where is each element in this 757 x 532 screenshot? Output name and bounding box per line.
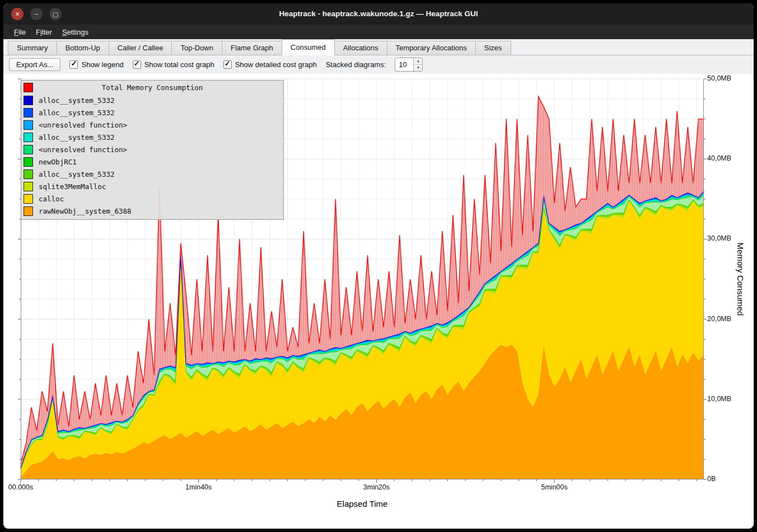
legend-swatch (24, 133, 33, 142)
legend-entry: sqlite3MemMalloc (21, 180, 283, 192)
checkbox-show-total-cost-graph[interactable]: ✓Show total cost graph (133, 60, 214, 69)
tab-caller-callee[interactable]: Caller / Callee (109, 41, 172, 55)
y-tick-label: 30,0MB (707, 234, 731, 242)
titlebar[interactable]: ✕−▢ Heaptrack - heaptrack.wakunode.1.gz … (3, 3, 754, 25)
legend-swatch (24, 96, 33, 105)
tab-consumed[interactable]: Consumed (282, 39, 335, 55)
tab-bar: SummaryBottom-UpCaller / CalleeTop-DownF… (3, 39, 754, 55)
y-tick-label: 0B (707, 475, 716, 483)
x-tick-label: 3min20s (363, 483, 390, 491)
y-axis-title: Memory Consumed (736, 243, 745, 316)
legend-entry: alloc__system_5332 (21, 168, 283, 180)
legend-entry: alloc__system_5332 (21, 94, 283, 106)
tab-flame-graph[interactable]: Flame Graph (222, 41, 282, 55)
checkbox-label: Show total cost graph (144, 60, 214, 69)
checkbox-box: ✓ (133, 60, 141, 69)
spinner-down-button[interactable]: ▼ (414, 65, 422, 71)
legend-label: alloc__system_5332 (39, 109, 114, 117)
legend-title-row: Total Memory Consumption (21, 82, 283, 94)
checkbox-label: Show legend (81, 60, 123, 69)
spinner-up-button[interactable]: ▲ (414, 58, 422, 65)
app-window: ✕−▢ Heaptrack - heaptrack.wakunode.1.gz … (3, 3, 754, 529)
close-icon: ✕ (15, 11, 20, 17)
tab-temporary-allocations[interactable]: Temporary Allocations (387, 41, 476, 55)
legend-label: calloc (39, 195, 64, 203)
y-tick-label: 40,0MB (707, 154, 731, 162)
toolbar: Export As... ✓Show legend✓Show total cos… (3, 55, 754, 74)
legend-label: alloc__system_5332 (39, 133, 114, 142)
legend-label: alloc__system_5332 (39, 96, 114, 105)
tab-bottom-up[interactable]: Bottom-Up (57, 41, 109, 55)
export-as-button[interactable]: Export As... (9, 58, 60, 71)
close-button[interactable]: ✕ (11, 8, 24, 20)
checkbox-show-detailed-cost-graph[interactable]: ✓Show detailed cost graph (223, 60, 317, 69)
menu-filter[interactable]: Filter (31, 27, 57, 37)
window-controls: ✕−▢ (11, 8, 62, 20)
legend-entry: newObjRC1 (21, 156, 283, 168)
legend-swatch (24, 182, 33, 191)
check-icon: ✓ (134, 59, 140, 68)
stacked-diagrams-label: Stacked diagrams: (326, 60, 386, 69)
y-tick-label: 10,0MB (707, 395, 731, 403)
legend-entry: rawNewObj__system_6388 (21, 205, 283, 217)
chart-legend: Total Memory Consumptionalloc__system_53… (21, 80, 284, 220)
checkbox-box: ✓ (69, 60, 78, 69)
x-tick-label: 5min00s (541, 483, 568, 491)
legend-swatch (24, 206, 33, 216)
toolbar-checkboxes: ✓Show legend✓Show total cost graph✓Show … (69, 60, 316, 69)
legend-entry: alloc__system_5332 (21, 106, 283, 119)
menu-file[interactable]: File (9, 27, 31, 37)
legend-swatch (24, 108, 33, 117)
legend-swatch (24, 194, 33, 204)
legend-swatch (24, 145, 33, 154)
check-icon: ✓ (71, 59, 77, 68)
legend-entry: alloc__system_5332 (21, 131, 283, 143)
x-axis-title: Elapsed Time (337, 499, 388, 509)
tab-sizes[interactable]: Sizes (475, 41, 511, 55)
legend-label: <unresolved function> (39, 121, 127, 129)
legend-swatch (24, 120, 33, 130)
checkbox-label: Show detailed cost graph (235, 60, 317, 69)
y-tick-label: 20,0MB (707, 315, 731, 323)
window-title: Heaptrack - heaptrack.wakunode.1.gz — He… (71, 3, 686, 25)
legend-label: newObjRC1 (39, 158, 77, 166)
legend-label: <unresolved function> (39, 145, 127, 154)
menubar: FileFilterSettings (3, 25, 754, 39)
legend-label: rawNewObj__system_6388 (39, 207, 132, 215)
legend-entry: <unresolved function> (21, 119, 283, 131)
legend-swatch-total (24, 83, 33, 92)
checkbox-show-legend[interactable]: ✓Show legend (69, 60, 123, 69)
legend-swatch (24, 157, 33, 167)
minimize-button[interactable]: − (30, 8, 43, 20)
spinner-buttons: ▲ ▼ (413, 58, 422, 71)
tab-allocations[interactable]: Allocations (334, 41, 387, 55)
menu-settings[interactable]: Settings (57, 27, 94, 37)
tab-summary[interactable]: Summary (8, 41, 57, 55)
stacked-diagrams-spinner[interactable]: 10 ▲ ▼ (395, 58, 423, 72)
legend-title: Total Memory Consumption (21, 82, 283, 94)
checkbox-box: ✓ (223, 60, 232, 69)
spinner-value[interactable]: 10 (395, 58, 413, 71)
chart-panel: Total Memory Consumptionalloc__system_53… (3, 74, 754, 529)
y-tick-label: 50,0MB (707, 74, 731, 82)
legend-entry: calloc (21, 192, 283, 205)
legend-label: alloc__system_5332 (39, 170, 114, 178)
maximize-button[interactable]: ▢ (49, 8, 62, 20)
minimize-icon: − (35, 11, 38, 17)
tab-top-down[interactable]: Top-Down (171, 41, 222, 55)
maximize-icon: ▢ (53, 11, 58, 17)
legend-label: sqlite3MemMalloc (39, 182, 106, 191)
x-tick-label: 00.000s (8, 483, 33, 491)
legend-entry: <unresolved function> (21, 143, 283, 156)
legend-swatch (24, 170, 33, 179)
x-tick-label: 1min40s (185, 483, 212, 491)
check-icon: ✓ (225, 59, 231, 68)
